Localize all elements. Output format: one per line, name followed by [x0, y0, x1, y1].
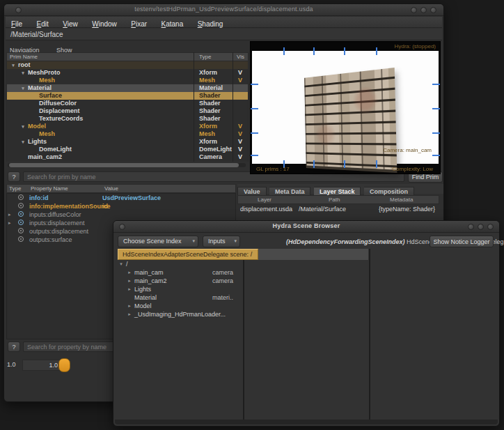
chevron-right-icon[interactable]: ▸: [126, 302, 133, 310]
minimize-button[interactable]: [411, 7, 417, 13]
vis-toggle[interactable]: V: [238, 77, 242, 84]
chevron-down-icon[interactable]: ▾: [19, 69, 26, 77]
property-row-info-id[interactable]: info:id UsdPreviewSurface: [7, 194, 235, 202]
tree-row-mesh2[interactable]: Mesh Mesh V: [7, 130, 248, 138]
slider-value-field[interactable]: 1.0: [22, 360, 61, 371]
attribute-value-panel: Value Meta Data Layer Stack Composition …: [237, 184, 443, 226]
chevron-right-icon[interactable]: ▸: [8, 219, 14, 227]
col-prop-type[interactable]: Type: [9, 185, 21, 192]
col-prim-name[interactable]: Prim Name: [10, 54, 38, 60]
help-button[interactable]: ?: [8, 171, 20, 182]
hydra-title-bar[interactable]: Hydra Scene Browser: [113, 221, 499, 233]
tree-row-model[interactable]: ▾ Model Xform V: [7, 123, 248, 130]
vis-toggle[interactable]: V: [238, 69, 242, 77]
col-layer[interactable]: Layer: [258, 197, 271, 203]
property-row-implementationsource[interactable]: info:implementationSource id: [7, 202, 235, 210]
hydra-row-lights[interactable]: ▸ Lights: [116, 285, 242, 293]
hydra-row-main-cam[interactable]: ▸ main_cam camera: [116, 268, 242, 277]
attribute-icon: [18, 194, 24, 200]
main-title-bar[interactable]: testenv/testHdPrman_UsdPreviewSurface/di…: [4, 4, 443, 16]
choose-scene-index-dropdown[interactable]: Choose Scene Index ▾: [118, 236, 198, 247]
chevron-right-icon[interactable]: ▸: [126, 277, 133, 285]
chevron-down-icon[interactable]: ▾: [19, 123, 26, 130]
minimize-button[interactable]: [468, 224, 474, 230]
col-prop-value[interactable]: Value: [104, 185, 118, 192]
menu-edit[interactable]: Edit: [31, 19, 54, 28]
tree-row-surface-selected[interactable]: Surface Shader: [7, 92, 248, 100]
tree-row-displacement[interactable]: Displacement Shader: [7, 107, 248, 115]
viewport-canvas[interactable]: Camera: main_cam: [252, 51, 439, 164]
layer-stack-row[interactable]: displacement.usda /Material/Surface {typ…: [237, 206, 439, 215]
render-viewport[interactable]: Hydra: (stopped) Camera: main_cam GL pri…: [250, 41, 441, 174]
prim-path-value: /Material/Surface: [10, 31, 63, 38]
tree-row-meshproto[interactable]: ▾ MeshProto Xform V: [7, 69, 248, 77]
tree-row-main-cam2[interactable]: main_cam2 Camera V: [7, 153, 248, 161]
chevron-down-icon[interactable]: ▾: [118, 260, 125, 268]
vis-toggle[interactable]: V: [238, 123, 242, 130]
menu-view[interactable]: View: [57, 19, 84, 28]
tree-row-root[interactable]: ▾ root: [7, 61, 248, 69]
camera-guide-tick: [432, 84, 440, 85]
hydra-scene-tree: ▾ / ▸ main_cam camera ▸ main_cam2 camera…: [116, 260, 242, 318]
chevron-right-icon[interactable]: ▸: [8, 210, 14, 219]
property-row-diffusecolor[interactable]: ▸ inputs:diffuseColor: [7, 210, 235, 219]
column-divider[interactable]: [233, 52, 233, 162]
hydra-row-model[interactable]: ▸ Model: [116, 302, 242, 310]
tree-row-lights[interactable]: ▾ Lights Xform V: [7, 138, 248, 146]
camera-guide-tick: [283, 47, 285, 55]
maximize-button[interactable]: [420, 7, 427, 13]
menu-pixar[interactable]: Pixar: [125, 19, 152, 28]
vis-toggle[interactable]: V: [238, 153, 242, 161]
scene-index-dropdown-item-highlighted[interactable]: HdSceneIndexAdapterSceneDelegate scene: …: [118, 249, 258, 260]
chevron-down-icon: ▾: [234, 238, 237, 244]
close-button[interactable]: [430, 7, 436, 13]
hydra-row-usdimaging-loader[interactable]: ▸ _UsdImaging_HdPrmanLoader...: [116, 310, 242, 318]
slider-handle[interactable]: [58, 358, 70, 372]
menu-shading[interactable]: Shading: [192, 19, 229, 28]
vis-toggle[interactable]: V: [238, 130, 242, 138]
maximize-button[interactable]: [478, 224, 484, 230]
camera-guide-tick: [251, 132, 258, 134]
tree-row-domelight[interactable]: DomeLight DomeLight V: [7, 146, 248, 153]
help-button[interactable]: ?: [8, 341, 20, 352]
chevron-down-icon: ▾: [192, 238, 195, 244]
col-path[interactable]: Path: [329, 197, 340, 203]
pane-splitter[interactable]: [369, 249, 370, 422]
inputs-dropdown[interactable]: Inputs ▾: [203, 236, 240, 247]
chevron-down-icon[interactable]: ▾: [19, 84, 26, 92]
menu-katana[interactable]: Katana: [156, 19, 189, 28]
col-vis[interactable]: Vis: [237, 54, 244, 60]
brick-wall-render: [287, 69, 405, 175]
tree-row-mesh[interactable]: Mesh Mesh V: [7, 77, 248, 84]
column-divider[interactable]: [194, 52, 194, 162]
chevron-right-icon[interactable]: ▸: [126, 285, 133, 293]
hydra-row-material[interactable]: Material materi..: [116, 293, 242, 302]
value-tabs: Value Meta Data Layer Stack Composition: [237, 184, 443, 194]
close-button[interactable]: [487, 224, 494, 230]
prim-path-bar[interactable]: /Material/Surface: [6, 29, 442, 40]
camera-guide-tick: [432, 132, 440, 134]
connected-attribute-icon: [18, 211, 24, 217]
hydra-row-main-cam2[interactable]: ▸ main_cam2 camera: [116, 277, 242, 285]
tree-row-diffusecolor[interactable]: DiffuseColor Shader: [7, 100, 248, 107]
vis-toggle[interactable]: V: [238, 138, 242, 146]
hydra-row-root[interactable]: ▾ /: [116, 260, 242, 268]
chevron-right-icon[interactable]: ▸: [126, 268, 133, 277]
chevron-down-icon[interactable]: ▾: [10, 61, 17, 69]
pane-splitter[interactable]: [243, 249, 244, 422]
chevron-right-icon[interactable]: ▸: [126, 310, 133, 318]
chevron-down-icon[interactable]: ▾: [19, 138, 26, 146]
show-notice-logger-button[interactable]: Show Notice Logger: [430, 236, 494, 247]
menu-window[interactable]: Window: [86, 19, 123, 28]
vis-toggle[interactable]: V: [238, 146, 242, 153]
prim-tree-hscrollbar[interactable]: [8, 163, 246, 167]
attribute-icon: [18, 228, 24, 233]
middle-pane-header: [244, 249, 368, 260]
tree-row-texturecoords[interactable]: TextureCoords Shader: [7, 115, 248, 123]
tree-row-material[interactable]: ▾ Material Material: [7, 84, 248, 92]
complexity-text: Complexity: Low: [392, 166, 433, 172]
col-type[interactable]: Type: [199, 54, 211, 60]
col-metadata[interactable]: Metadata: [390, 197, 413, 203]
menu-file[interactable]: File: [6, 19, 28, 28]
col-prop-name[interactable]: Property Name: [31, 185, 68, 192]
